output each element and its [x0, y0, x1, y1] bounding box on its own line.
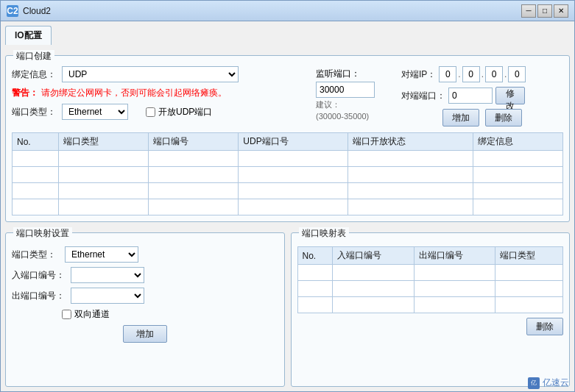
col-port-num: 端口编号: [149, 133, 239, 151]
main-window: C2 Cloud2 ─ □ ✕ IO配置 端口创建: [0, 0, 575, 392]
map-col-in: 入端口编号: [333, 247, 414, 265]
port-type-label: 端口类型：: [12, 106, 56, 118]
mapping-table-body: [297, 265, 563, 313]
col-udp-port: UDP端口号: [239, 133, 348, 151]
mapping-table: No. 入端口编号 出端口编号 端口类型: [297, 246, 564, 313]
udp-checkbox-text: 开放UDP端口: [158, 106, 212, 118]
warning-text: 请勿绑定公网网卡，否则可能会引起网络瘫痪。: [41, 87, 227, 99]
bottom-area: 端口映射设置 端口类型： Ethernet 入端口编号：: [5, 227, 570, 387]
port-mapping-section: 端口映射设置 端口类型： Ethernet 入端口编号：: [5, 232, 285, 387]
mapping-port-type-row: 端口类型： Ethernet: [12, 246, 278, 263]
title-bar: C2 Cloud2 ─ □ ✕: [1, 1, 574, 21]
bidirectional-row: 双向通道: [62, 308, 278, 321]
left-form: 绑定信息： UDP 警告： 请勿绑定公网网卡，否则可能会引起网络瘫痪。 端口类型: [12, 66, 304, 124]
bind-info-row: 绑定信息： UDP: [12, 66, 304, 82]
ip-box-1[interactable]: [462, 66, 480, 82]
main-content: IO配置 端口创建 绑定信息： UDP: [1, 21, 574, 391]
peer-ip-label: 对端IP：: [401, 68, 436, 81]
map-table-row-3: [297, 297, 563, 313]
bind-info-label: 绑定信息：: [12, 68, 56, 81]
in-port-select[interactable]: [71, 267, 144, 283]
port-mapping-wrapper: 端口映射设置 端口类型： Ethernet 入端口编号：: [5, 227, 285, 387]
in-port-row: 入端口编号：: [12, 267, 278, 283]
ip-box-3[interactable]: [508, 66, 526, 82]
watermark-icon: 亿: [528, 377, 540, 389]
app-icon: C2: [7, 5, 18, 17]
tab-bar: IO配置: [5, 26, 570, 45]
watermark: 亿 亿速云: [528, 377, 569, 389]
udp-checkbox-label: 开放UDP端口: [146, 106, 212, 118]
ip-box-2[interactable]: [485, 66, 503, 82]
map-col-no: No.: [297, 247, 333, 265]
in-port-label: 入端口编号：: [12, 269, 65, 282]
minimize-button[interactable]: ─: [521, 4, 536, 18]
port-type-select[interactable]: Ethernet: [62, 104, 128, 120]
maximize-button[interactable]: □: [537, 4, 552, 18]
out-port-row: 出端口编号：: [12, 288, 278, 304]
peer-port-row: 对端端口： 修改: [401, 87, 563, 104]
port-create-section: 端口创建 绑定信息： UDP: [5, 55, 570, 222]
delete-port-button[interactable]: 删除: [485, 109, 522, 126]
close-button[interactable]: ✕: [554, 4, 568, 18]
mapping-delete-button[interactable]: 删除: [526, 318, 563, 335]
mapping-port-type-select[interactable]: Ethernet: [65, 246, 138, 263]
port-type-row: 端口类型： Ethernet 开放UDP端口: [12, 104, 304, 120]
table-row-empty-4: [13, 199, 563, 215]
map-table-row-2: [297, 281, 563, 297]
peer-port-label: 对端端口：: [401, 90, 445, 102]
port-mapping-table-wrapper: 端口映射表 No. 入端口编号 出端口编号 端口类型: [291, 227, 571, 387]
mapping-add-button[interactable]: 增加: [123, 325, 167, 343]
mapping-add-btn-row: 增加: [12, 325, 278, 343]
bind-info-select[interactable]: UDP: [62, 66, 239, 82]
port-mapping-table-body: No. 入端口编号 出端口编号 端口类型: [297, 246, 564, 335]
col-bind-info: 绑定信息: [473, 133, 562, 151]
title-buttons: ─ □ ✕: [521, 4, 568, 18]
watermark-text: 亿速云: [543, 377, 569, 389]
add-port-button[interactable]: 增加: [442, 109, 479, 126]
warning-label: 警告：: [12, 87, 38, 99]
port-table-body: [13, 151, 563, 215]
suggestion-label: 建议：: [316, 99, 389, 110]
listen-port-label: 监听端口：: [316, 68, 389, 80]
mapping-port-type-label: 端口类型：: [12, 249, 59, 261]
mapping-del-btn-row: 删除: [297, 318, 564, 335]
table-row-empty-1: [13, 151, 563, 167]
create-btn-row: 增加 删除: [401, 109, 563, 126]
window-title: Cloud2: [23, 6, 51, 16]
warning-row: 警告： 请勿绑定公网网卡，否则可能会引起网络瘫痪。: [12, 87, 304, 99]
out-port-label: 出端口编号：: [12, 290, 65, 302]
port-create-body: 绑定信息： UDP 警告： 请勿绑定公网网卡，否则可能会引起网络瘫痪。 端口类型: [12, 66, 563, 215]
udp-open-checkbox[interactable]: [146, 107, 155, 117]
modify-button[interactable]: 修改: [495, 87, 525, 104]
port-table: No. 端口类型 端口编号 UDP端口号 端口开放状态 绑定信息: [12, 132, 563, 215]
table-row-empty-2: [13, 167, 563, 183]
map-col-out: 出端口编号: [414, 247, 495, 265]
port-create-wrapper: 端口创建 绑定信息： UDP: [5, 49, 570, 222]
table-row-empty-3: [13, 183, 563, 199]
col-port-status: 端口开放状态: [348, 133, 473, 151]
suggestion-value: (30000-35000): [316, 112, 389, 121]
map-table-row-1: [297, 265, 563, 281]
map-col-type: 端口类型: [495, 247, 562, 265]
port-mapping-body: 端口类型： Ethernet 入端口编号： 出端口编号：: [12, 246, 278, 343]
port-mapping-table-title: 端口映射表: [299, 227, 349, 240]
port-mapping-table-section: 端口映射表 No. 入端口编号 出端口编号 端口类型: [291, 232, 571, 387]
listen-port-group: 监听端口： 建议： (30000-35000): [316, 66, 389, 121]
col-no: No.: [13, 133, 59, 151]
ip-dots: . . .: [439, 66, 526, 82]
listen-port-input[interactable]: [316, 82, 375, 98]
out-port-select[interactable]: [71, 288, 144, 304]
peer-port-input[interactable]: [448, 88, 493, 104]
title-bar-left: C2 Cloud2: [7, 5, 51, 17]
tab-io-config[interactable]: IO配置: [5, 26, 52, 45]
ip-box-0[interactable]: [439, 66, 456, 82]
peer-ip-row: 对端IP： . . .: [401, 66, 563, 82]
peer-section: 对端IP： . . .: [401, 66, 563, 126]
col-port-type: 端口类型: [59, 133, 149, 151]
port-mapping-title: 端口映射设置: [13, 227, 72, 240]
bidirectional-label: 双向通道: [74, 308, 110, 321]
bidirectional-checkbox[interactable]: [62, 310, 71, 319]
port-create-title: 端口创建: [13, 50, 54, 63]
